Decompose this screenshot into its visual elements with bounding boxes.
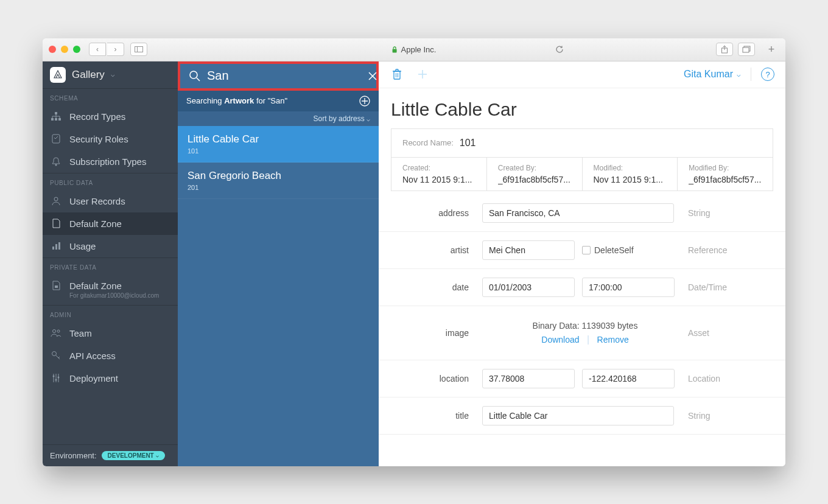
sidebar-item-security-roles[interactable]: Security Roles [43,128,178,150]
address-input[interactable] [482,203,674,223]
remove-link[interactable]: Remove [597,335,629,345]
svg-rect-11 [52,135,60,143]
file-lock-icon [50,281,62,290]
section-public-data: PUBLIC DATA [43,173,178,190]
nav-back-forward: ‹ › [89,43,124,56]
hierarchy-icon [50,112,62,121]
svg-point-18 [53,330,56,333]
result-item[interactable]: San Gregorio Beach 201 [178,163,379,199]
svg-rect-15 [55,244,57,250]
search-input[interactable] [207,69,361,83]
field-date: date Date/Time [379,269,785,306]
field-address: address String [379,195,785,232]
svg-rect-9 [55,118,57,121]
sidebar-item-private-default-zone[interactable]: Default ZoneFor gitakumar10000@icloud.co… [43,275,178,305]
bell-icon [50,156,62,166]
clear-search-icon[interactable] [367,71,378,82]
svg-rect-17 [55,285,58,288]
section-private-data: PRIVATE DATA [43,257,178,275]
svg-rect-7 [55,112,57,114]
sidebar-item-api-access[interactable]: API Access [43,345,178,367]
minimize-window-button[interactable] [61,46,68,53]
tabs-button[interactable] [738,43,755,56]
forward-button[interactable]: › [107,43,124,56]
sidebar-item-team[interactable]: Team [43,322,178,345]
field-image: image Binary Data: 1139039 bytes Downloa… [379,306,785,360]
svg-point-28 [58,377,60,379]
svg-line-22 [58,357,60,358]
result-item[interactable]: Little Cable Car 101 [178,126,379,163]
svg-point-13 [54,197,58,201]
svg-point-12 [55,164,57,166]
sidebar-toggle-button[interactable] [130,43,147,56]
section-admin: ADMIN [43,305,178,322]
browser-window: ‹ › Apple Inc. + [43,38,785,466]
sidebar-item-usage[interactable]: Usage [43,235,178,257]
search-icon [189,70,201,82]
section-schema: SCHEMA [43,88,178,105]
svg-point-20 [52,352,57,356]
sidebar-item-default-zone[interactable]: Default Zone [43,212,178,235]
url-host: Apple Inc. [401,45,437,54]
app-icon [50,67,66,83]
chevron-down-icon: ⌵ [111,71,115,79]
window-controls [49,46,80,53]
title-input[interactable] [482,406,674,425]
svg-rect-14 [52,247,54,250]
app-sidebar: Gallery ⌵ SCHEMA Record Types Security R… [43,61,178,466]
svg-line-30 [197,78,200,81]
svg-rect-16 [58,242,60,250]
svg-rect-6 [743,47,749,52]
titlebar: ‹ › Apple Inc. + [43,38,785,61]
field-title: title String [379,397,785,435]
latitude-input[interactable] [482,369,575,388]
sidebar-item-deployment[interactable]: Deployment [43,367,178,390]
key-icon [50,351,62,360]
record-metadata: Record Name: 101 Created:Nov 11 2015 9:1… [391,128,773,191]
time-input[interactable] [582,278,675,297]
team-icon [50,329,62,337]
delete-button[interactable] [390,67,404,82]
add-filter-icon[interactable] [359,96,370,107]
delete-self-checkbox[interactable]: DeleteSelf [582,245,634,255]
back-button[interactable]: ‹ [89,43,106,56]
svg-rect-8 [51,118,54,121]
environment-indicator: Environment: DEVELOPMENT⌵ [43,444,178,466]
user-menu[interactable]: Gita Kumar⌵ [684,69,741,80]
url-bar[interactable]: Apple Inc. [392,45,437,54]
file-icon [50,219,62,228]
share-button[interactable] [716,43,733,56]
zoom-window-button[interactable] [73,46,80,53]
search-bar [178,61,379,91]
artist-input[interactable] [482,240,575,260]
record-list-column: Searching Artwork for "San" Sort by addr… [178,61,379,466]
sidebar-item-subscription-types[interactable]: Subscription Types [43,150,178,173]
field-location: location Location [379,360,785,397]
longitude-input[interactable] [582,369,675,388]
sort-selector[interactable]: Sort by address ⌵ [178,111,379,126]
svg-point-26 [53,376,55,377]
svg-rect-36 [394,71,400,79]
chevron-down-icon: ⌵ [367,116,370,122]
help-button[interactable]: ? [761,68,774,81]
add-button[interactable] [415,67,430,82]
svg-point-19 [57,330,60,332]
record-detail-pane: Gita Kumar⌵ ? Little Cable Car Record Na… [379,61,785,466]
chevron-down-icon: ⌵ [156,453,159,458]
badge-icon [50,134,62,144]
download-link[interactable]: Download [541,335,579,345]
sidebar-item-record-types[interactable]: Record Types [43,105,178,128]
reload-icon[interactable] [553,43,566,56]
app-switcher[interactable]: Gallery ⌵ [43,61,178,88]
environment-pill[interactable]: DEVELOPMENT⌵ [102,451,165,460]
chevron-down-icon: ⌵ [737,71,741,79]
close-window-button[interactable] [49,46,56,53]
search-info-bar: Searching Artwork for "San" [178,91,379,111]
date-input[interactable] [482,278,575,297]
svg-rect-0 [135,47,143,52]
new-tab-button[interactable]: + [763,43,779,56]
field-artist: artist DeleteSelf Reference [379,232,785,269]
sliders-icon [50,373,62,383]
svg-point-29 [190,71,197,79]
sidebar-item-user-records[interactable]: User Records [43,190,178,212]
